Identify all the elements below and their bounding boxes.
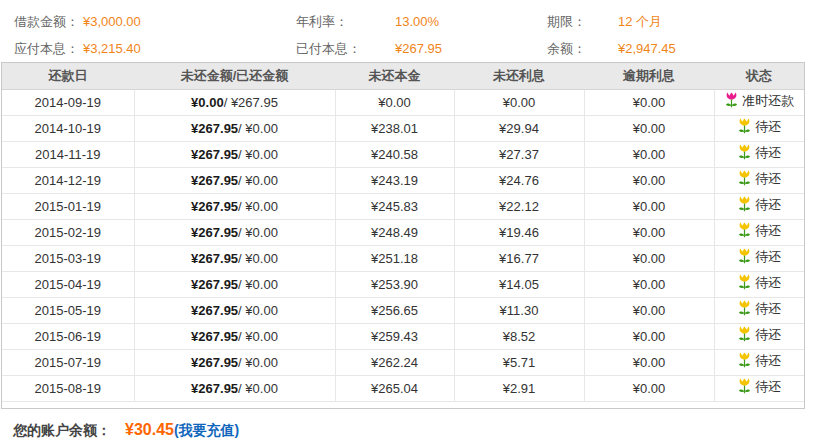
unpaid-principal-cell: ¥253.90 xyxy=(335,271,454,297)
remaining-balance-field: 余额： ¥2,947.45 xyxy=(547,40,807,58)
unpaid-interest-cell: ¥27.37 xyxy=(454,141,584,167)
paid-amount: ¥0.00 xyxy=(245,225,278,240)
status-cell: 待还 xyxy=(714,219,804,245)
unpaid-paid-amount-cell: ¥267.95/ ¥0.00 xyxy=(134,193,335,219)
repayment-date-cell: 2015-06-19 xyxy=(2,323,134,349)
loan-summary-row-2: 应付本息： ¥3,215.40 已付本息： ¥267.95 余额： ¥2,947… xyxy=(14,35,822,62)
unpaid-paid-amount-cell: ¥267.95/ ¥0.00 xyxy=(134,141,335,167)
tulip-flower-icon xyxy=(737,326,752,343)
account-balance-label: 您的账户余额： xyxy=(13,422,111,440)
overdue-interest-cell: ¥0.00 xyxy=(584,297,714,323)
overdue-interest-cell: ¥0.00 xyxy=(584,219,714,245)
table-row: 2015-02-19 ¥267.95/ ¥0.00 ¥248.49 ¥19.46… xyxy=(2,219,804,245)
paid-amount: ¥0.00 xyxy=(245,355,278,370)
unpaid-principal-cell: ¥251.18 xyxy=(335,245,454,271)
loan-amount-field: 借款金额： ¥3,000.00 xyxy=(14,13,296,31)
term-field: 期限： 12 个月 xyxy=(547,13,807,31)
status-cell: 待还 xyxy=(714,349,804,375)
overdue-interest-cell: ¥0.00 xyxy=(584,167,714,193)
status-cell: 待还 xyxy=(714,323,804,349)
status-label: 待还 xyxy=(755,170,781,188)
loan-summary-row-1: 借款金额： ¥3,000.00 年利率： 13.00% 期限： 12 个月 xyxy=(14,8,822,35)
table-row: 2015-05-19 ¥267.95/ ¥0.00 ¥256.65 ¥11.30… xyxy=(2,297,804,323)
header-unpaid-principal: 未还本金 xyxy=(335,63,454,89)
unpaid-amount: ¥267.95 xyxy=(191,173,238,188)
tulip-flower-icon xyxy=(737,248,752,265)
status-label: 待还 xyxy=(755,222,781,240)
table-row: 2015-03-19 ¥267.95/ ¥0.00 ¥251.18 ¥16.77… xyxy=(2,245,804,271)
table-row: 2015-07-19 ¥267.95/ ¥0.00 ¥262.24 ¥5.71 … xyxy=(2,349,804,375)
term-value: 12 个月 xyxy=(618,13,662,31)
unpaid-amount: ¥267.95 xyxy=(191,121,238,136)
table-row: 2014-12-19 ¥267.95/ ¥0.00 ¥243.19 ¥24.76… xyxy=(2,167,804,193)
repayment-table-body: 2014-09-19 ¥0.00/ ¥267.95 ¥0.00 ¥0.00 ¥0… xyxy=(2,89,804,401)
remaining-balance-label: 余额： xyxy=(547,40,618,58)
payable-total-value: ¥3,215.40 xyxy=(83,41,141,56)
paid-amount: ¥0.00 xyxy=(245,329,278,344)
annual-rate-field: 年利率： 13.00% xyxy=(296,13,547,31)
status-label: 待还 xyxy=(755,326,781,344)
tulip-flower-icon xyxy=(737,222,752,239)
unpaid-interest-cell: ¥22.12 xyxy=(454,193,584,219)
account-balance-value: ¥30.45 xyxy=(125,421,174,439)
unpaid-amount: ¥267.95 xyxy=(191,277,238,292)
repayment-date-cell: 2015-04-19 xyxy=(2,271,134,297)
paid-amount: ¥0.00 xyxy=(245,199,278,214)
unpaid-interest-cell: ¥8.52 xyxy=(454,323,584,349)
paid-amount: ¥0.00 xyxy=(245,251,278,266)
tulip-flower-icon xyxy=(737,274,752,291)
overdue-interest-cell: ¥0.00 xyxy=(584,245,714,271)
status-cell: 待还 xyxy=(714,271,804,297)
remaining-balance-value: ¥2,947.45 xyxy=(618,41,676,56)
status-label: 待还 xyxy=(755,118,781,136)
paid-amount: ¥0.00 xyxy=(245,121,278,136)
unpaid-principal-cell: ¥262.24 xyxy=(335,349,454,375)
unpaid-interest-cell: ¥19.46 xyxy=(454,219,584,245)
unpaid-principal-cell: ¥265.04 xyxy=(335,375,454,401)
overdue-interest-cell: ¥0.00 xyxy=(584,349,714,375)
paid-total-label: 已付本息： xyxy=(296,40,395,58)
unpaid-amount: ¥267.95 xyxy=(191,303,238,318)
unpaid-interest-cell: ¥2.91 xyxy=(454,375,584,401)
recharge-link[interactable]: (我要充值) xyxy=(174,422,239,440)
unpaid-amount: ¥267.95 xyxy=(191,251,238,266)
repayment-date-cell: 2014-12-19 xyxy=(2,167,134,193)
table-row: 2015-01-19 ¥267.95/ ¥0.00 ¥245.83 ¥22.12… xyxy=(2,193,804,219)
status-cell: 待还 xyxy=(714,167,804,193)
overdue-interest-cell: ¥0.00 xyxy=(584,375,714,401)
tulip-flower-icon xyxy=(737,196,752,213)
repayment-table-header: 还款日 未还金额/已还金额 未还本金 未还利息 逾期利息 状态 xyxy=(2,63,804,89)
unpaid-principal-cell: ¥245.83 xyxy=(335,193,454,219)
repayment-date-cell: 2015-01-19 xyxy=(2,193,134,219)
unpaid-paid-amount-cell: ¥267.95/ ¥0.00 xyxy=(134,115,335,141)
paid-total-value: ¥267.95 xyxy=(395,41,442,56)
unpaid-interest-cell: ¥24.76 xyxy=(454,167,584,193)
paid-amount: ¥0.00 xyxy=(245,303,278,318)
unpaid-amount: ¥267.95 xyxy=(191,225,238,240)
table-row: 2014-11-19 ¥267.95/ ¥0.00 ¥240.58 ¥27.37… xyxy=(2,141,804,167)
status-label: 待还 xyxy=(755,248,781,266)
loan-summary: 借款金额： ¥3,000.00 年利率： 13.00% 期限： 12 个月 应付… xyxy=(0,0,822,62)
unpaid-amount: ¥267.95 xyxy=(191,199,238,214)
status-cell: 准时还款 xyxy=(714,89,804,115)
status-label: 待还 xyxy=(755,352,781,370)
unpaid-paid-amount-cell: ¥0.00/ ¥267.95 xyxy=(134,89,335,115)
unpaid-principal-cell: ¥240.58 xyxy=(335,141,454,167)
status-cell: 待还 xyxy=(714,193,804,219)
repayment-date-cell: 2014-11-19 xyxy=(2,141,134,167)
status-cell: 待还 xyxy=(714,141,804,167)
repayment-date-cell: 2015-07-19 xyxy=(2,349,134,375)
table-row: 2015-06-19 ¥267.95/ ¥0.00 ¥259.43 ¥8.52 … xyxy=(2,323,804,349)
unpaid-interest-cell: ¥14.05 xyxy=(454,271,584,297)
unpaid-amount: ¥267.95 xyxy=(191,147,238,162)
status-cell: 待还 xyxy=(714,297,804,323)
tulip-flower-icon xyxy=(737,170,752,187)
unpaid-principal-cell: ¥0.00 xyxy=(335,89,454,115)
overdue-interest-cell: ¥0.00 xyxy=(584,271,714,297)
status-label: 待还 xyxy=(755,378,781,396)
term-label: 期限： xyxy=(547,13,618,31)
paid-amount: ¥0.00 xyxy=(245,381,278,396)
status-cell: 待还 xyxy=(714,245,804,271)
payable-total-label: 应付本息： xyxy=(14,40,83,58)
unpaid-paid-amount-cell: ¥267.95/ ¥0.00 xyxy=(134,323,335,349)
